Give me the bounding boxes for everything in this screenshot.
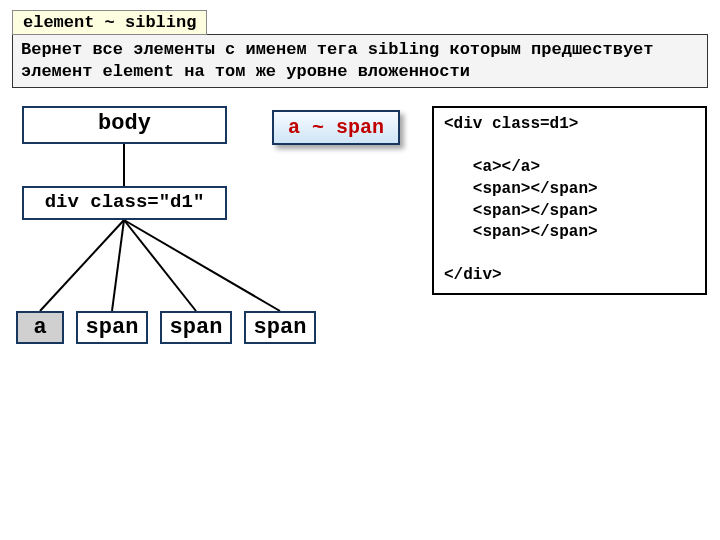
tree-connectors (12, 106, 392, 386)
selector-example-badge: a ~ span (272, 110, 400, 145)
svg-line-2 (112, 220, 124, 311)
tree-leaf-span-3: span (244, 311, 316, 344)
tree-leaf-span-2: span (160, 311, 232, 344)
selector-title: element ~ sibling (12, 10, 207, 35)
tree-leaf-a: a (16, 311, 64, 344)
tree-node-div: div class="d1" (22, 186, 227, 220)
svg-line-1 (40, 220, 124, 311)
code-sample: <div class=d1> <a></a> <span></span> <sp… (432, 106, 707, 295)
selector-description: Вернет все элементы c именем тега siblin… (12, 34, 708, 88)
tree-node-body: body (22, 106, 227, 144)
svg-line-3 (124, 220, 196, 311)
dom-tree: body div class="d1" a span span span (12, 106, 392, 386)
tree-leaf-span-1: span (76, 311, 148, 344)
svg-line-4 (124, 220, 280, 311)
